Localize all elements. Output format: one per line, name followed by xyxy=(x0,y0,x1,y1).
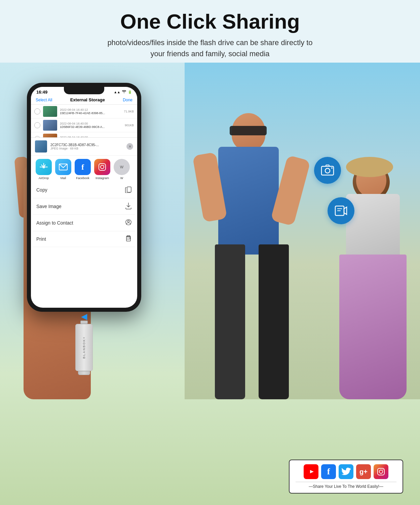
file-date: 2022-08-04 16:40:00 xyxy=(60,122,122,125)
assign-contact-label: Assign to Contact xyxy=(36,220,73,226)
svg-rect-2 xyxy=(99,164,106,170)
mail-icon xyxy=(55,159,71,175)
usb-drive-area: ◀ BLANBOK+ xyxy=(75,312,93,375)
svg-rect-8 xyxy=(126,239,130,241)
file-checkbox[interactable] xyxy=(34,108,40,114)
float-photo-icon xyxy=(314,157,341,184)
done-button[interactable]: Done xyxy=(123,98,132,102)
file-thumbnail xyxy=(43,120,57,131)
person-man xyxy=(205,113,299,399)
airdrop-icon xyxy=(36,159,52,175)
copy-action[interactable]: Copy xyxy=(33,182,135,198)
svg-rect-5 xyxy=(127,187,131,192)
mail-label: Mail xyxy=(61,176,66,180)
svg-point-7 xyxy=(127,221,129,222)
file-date: 2022-08-04 16:40:12 xyxy=(60,108,121,111)
status-time: 16:49 xyxy=(36,90,47,95)
instagram-social-icon[interactable] xyxy=(374,464,388,479)
instagram-label: Instagram xyxy=(96,176,109,180)
share-more[interactable]: W W xyxy=(113,159,130,180)
header-subtitle: photo/videos/files inside the flash driv… xyxy=(7,37,413,59)
preview-filename: 2C2FC73C-3B1B-4D87-8C95-... xyxy=(50,143,123,147)
save-icon xyxy=(125,202,132,211)
file-details: 2022-08-04 16:40:12 15E124FB-7F40-42AE-8… xyxy=(60,108,121,115)
svg-point-3 xyxy=(101,165,104,169)
phone-body: 16:49 ▲▲ 🔋 Select All External Storage D… xyxy=(27,83,141,312)
preview-bar: 2C2FC73C-3B1B-4D87-8C95-... JPEG Image ·… xyxy=(31,138,137,156)
preview-size: 69 KB xyxy=(70,147,79,150)
preview-thumbnail xyxy=(35,140,47,153)
svg-point-10 xyxy=(130,238,130,238)
file-name: 15E124FB-7F40-42AE-8398-85... xyxy=(60,111,121,115)
file-thumbnail xyxy=(43,106,57,117)
svg-point-12 xyxy=(325,168,330,173)
save-image-label: Save Image xyxy=(36,204,62,209)
share-row: AirDrop Mail xyxy=(31,156,137,182)
subtitle-line2: your friends and family, social media xyxy=(150,49,269,58)
page-title: One Click Sharing xyxy=(7,10,413,33)
social-tagline: —Share Your Live To The World Easily!— xyxy=(296,482,396,489)
phone-notch xyxy=(64,87,104,94)
file-name: 1D5B6F32-4E39-46BD-99C8-A... xyxy=(60,125,122,129)
photo-circle-icon xyxy=(314,157,341,184)
subtitle-line1: photo/videos/files inside the flash driv… xyxy=(107,38,312,47)
usb-brand-label: BLANBOK+ xyxy=(82,336,86,359)
contact-icon xyxy=(125,218,132,227)
select-all-button[interactable]: Select All xyxy=(36,98,52,102)
share-instagram[interactable]: Instagram xyxy=(93,159,111,180)
svg-point-20 xyxy=(379,470,383,473)
more-icon: W xyxy=(114,159,130,175)
list-item[interactable]: 2022-08-04 16:40:00 1D5B6F32-4E39-46BD-9… xyxy=(31,119,137,132)
copy-label: Copy xyxy=(36,187,47,193)
svg-point-13 xyxy=(331,167,333,169)
share-airdrop[interactable]: AirDrop xyxy=(35,159,52,180)
usb-connector-top xyxy=(80,321,88,324)
phone-screen: 16:49 ▲▲ 🔋 Select All External Storage D… xyxy=(31,87,137,308)
usb-arrow-icon: ◀ xyxy=(81,312,87,321)
background-photo xyxy=(185,63,420,399)
airdrop-label: AirDrop xyxy=(39,176,49,180)
preview-meta: JPEG Image · 69 KB xyxy=(50,147,123,150)
file-checkbox[interactable] xyxy=(34,122,40,128)
save-image-action[interactable]: Save Image xyxy=(33,198,135,215)
usb-connector-bottom xyxy=(78,371,90,375)
file-size: 71.9KB xyxy=(124,110,134,113)
preview-info: 2C2FC73C-3B1B-4D87-8C95-... JPEG Image ·… xyxy=(50,143,123,150)
header-section: One Click Sharing photo/videos/files ins… xyxy=(0,0,420,63)
instagram-icon xyxy=(94,159,110,175)
print-action[interactable]: Print xyxy=(33,231,135,247)
print-icon xyxy=(125,235,132,243)
action-list: Copy Save Image xyxy=(31,182,137,247)
float-video-icon xyxy=(328,197,354,224)
social-icons-row: f g+ xyxy=(304,464,388,479)
social-bar: f g+ —Share Your Live To The Worl xyxy=(289,460,403,494)
svg-point-21 xyxy=(383,469,383,470)
more-label: W xyxy=(120,176,123,180)
assign-contact-action[interactable]: Assign to Contact xyxy=(33,215,135,231)
wifi-icon xyxy=(122,90,126,94)
main-scene: 16:49 ▲▲ 🔋 Select All External Storage D… xyxy=(0,63,420,505)
preview-popup: 2C2FC73C-3B1B-4D87-8C95-... JPEG Image ·… xyxy=(31,137,137,247)
gplus-icon[interactable]: g+ xyxy=(356,464,371,479)
facebook-label: Facebook xyxy=(76,176,89,180)
file-list-header: Select All External Storage Done xyxy=(31,96,137,105)
signal-icon: ▲▲ xyxy=(114,90,120,94)
facebook-icon: f xyxy=(75,159,91,175)
battery-icon: 🔋 xyxy=(128,90,132,94)
youtube-icon[interactable] xyxy=(304,464,318,479)
status-icons: ▲▲ 🔋 xyxy=(114,90,132,94)
share-mail[interactable]: Mail xyxy=(54,159,72,180)
file-details: 2022-08-04 16:40:00 1D5B6F32-4E39-46BD-9… xyxy=(60,122,122,129)
close-button[interactable]: ✕ xyxy=(126,143,133,150)
copy-icon xyxy=(125,186,132,194)
screen-title: External Storage xyxy=(70,97,105,102)
twitter-icon[interactable] xyxy=(339,464,353,479)
facebook-social-icon[interactable]: f xyxy=(321,464,336,479)
file-size: 901KB xyxy=(125,124,134,127)
phone-mockup: 16:49 ▲▲ 🔋 Select All External Storage D… xyxy=(27,83,141,312)
svg-rect-19 xyxy=(378,468,384,475)
list-item[interactable]: 2022-08-04 16:40:12 15E124FB-7F40-42AE-8… xyxy=(31,105,137,119)
share-facebook[interactable]: f Facebook xyxy=(74,159,91,180)
video-circle-icon xyxy=(328,197,354,224)
usb-body: BLANBOK+ xyxy=(75,324,93,371)
